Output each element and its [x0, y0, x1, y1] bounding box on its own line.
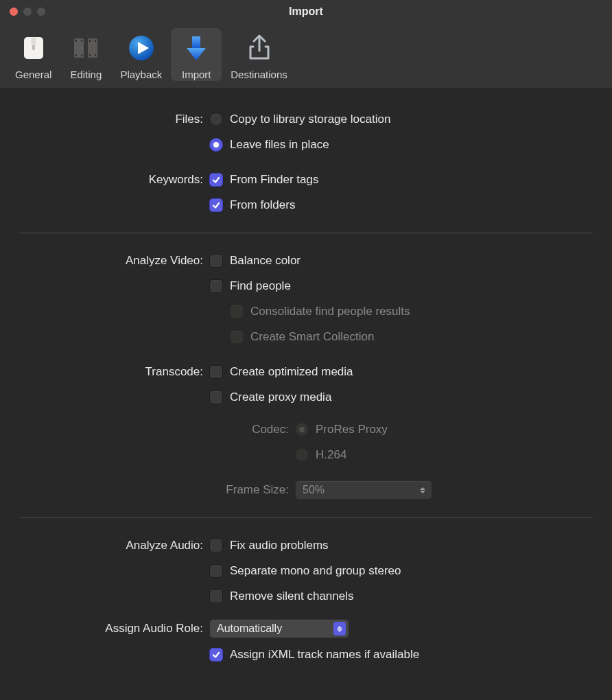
svg-marker-16 — [187, 48, 206, 60]
find-people-label[interactable]: Find people — [230, 279, 291, 293]
codec-h264-radio — [295, 448, 309, 462]
transcode-label: Transcode: — [0, 365, 209, 379]
separate-mono-checkbox[interactable] — [209, 564, 223, 578]
svg-rect-8 — [81, 54, 82, 56]
consolidate-checkbox — [230, 305, 244, 318]
codec-h264-label: H.264 — [316, 448, 346, 462]
codec-prores-radio — [295, 423, 309, 436]
svg-rect-15 — [192, 36, 200, 49]
section-divider — [19, 233, 593, 233]
keywords-label: Keywords: — [0, 173, 209, 187]
svg-rect-7 — [75, 54, 77, 56]
remove-silent-label[interactable]: Remove silent channels — [230, 590, 353, 603]
optimized-media-checkbox[interactable] — [209, 365, 223, 379]
assign-role-popup[interactable]: Automatically — [209, 619, 349, 638]
destinations-share-icon — [242, 30, 277, 66]
smart-collection-label: Create Smart Collection — [250, 330, 374, 344]
analyze-video-label: Analyze Video: — [0, 254, 209, 268]
files-leave-label[interactable]: Leave files in place — [230, 138, 329, 152]
codec-label: Codec: — [209, 423, 295, 436]
balance-color-label[interactable]: Balance color — [230, 254, 301, 268]
tab-playback[interactable]: Playback — [112, 27, 170, 82]
ixml-checkbox[interactable] — [209, 648, 223, 662]
svg-rect-12 — [95, 54, 96, 56]
editing-filmstrip-icon — [68, 30, 104, 66]
tab-label: Destinations — [231, 69, 287, 80]
fix-audio-label[interactable]: Fix audio problems — [230, 539, 329, 552]
tab-destinations[interactable]: Destinations — [222, 27, 296, 82]
section-divider — [19, 517, 593, 518]
ixml-label[interactable]: Assign iXML track names if available — [230, 648, 419, 662]
tab-label: Editing — [70, 69, 102, 80]
analyze-audio-label: Analyze Audio: — [0, 539, 209, 552]
import-download-icon — [178, 30, 214, 66]
files-leave-radio[interactable] — [209, 138, 223, 152]
tab-import[interactable]: Import — [170, 27, 222, 82]
find-people-checkbox[interactable] — [209, 279, 223, 293]
playback-play-icon — [123, 30, 159, 66]
remove-silent-checkbox[interactable] — [209, 590, 223, 603]
optimized-media-label[interactable]: Create optimized media — [230, 365, 353, 379]
keywords-folders-label[interactable]: From folders — [230, 198, 295, 212]
tab-general[interactable]: General — [7, 27, 60, 82]
frame-size-value: 50% — [303, 484, 325, 496]
balance-color-checkbox[interactable] — [209, 254, 223, 268]
window-close-button[interactable] — [10, 8, 18, 16]
popup-chevrons-icon — [416, 483, 429, 497]
tab-label: Playback — [120, 69, 162, 80]
keywords-tags-label[interactable]: From Finder tags — [230, 173, 318, 187]
svg-rect-11 — [89, 54, 91, 56]
svg-rect-5 — [75, 40, 77, 42]
files-label: Files: — [0, 113, 209, 126]
tab-label: Import — [182, 69, 211, 80]
separate-mono-label[interactable]: Separate mono and group stereo — [230, 564, 401, 578]
svg-rect-9 — [89, 40, 91, 42]
import-settings-form: Files: Copy to library storage location … — [0, 89, 612, 666]
frame-size-label: Frame Size: — [209, 483, 295, 497]
svg-rect-10 — [95, 40, 96, 42]
window-title: Import — [0, 5, 612, 18]
smart-collection-checkbox — [230, 330, 244, 344]
files-copy-label[interactable]: Copy to library storage location — [230, 113, 390, 126]
codec-prores-label: ProRes Proxy — [316, 423, 388, 436]
keywords-folders-checkbox[interactable] — [209, 198, 223, 212]
titlebar: Import — [0, 0, 612, 23]
assign-role-value: Automatically — [217, 622, 282, 635]
proxy-media-checkbox[interactable] — [209, 390, 223, 404]
fix-audio-checkbox[interactable] — [209, 539, 223, 552]
window-controls — [0, 8, 45, 16]
general-switch-icon — [16, 30, 51, 66]
svg-rect-2 — [31, 38, 36, 45]
tab-label: General — [15, 69, 51, 80]
window-minimize-button[interactable] — [23, 8, 32, 16]
proxy-media-label[interactable]: Create proxy media — [230, 390, 331, 404]
assign-role-label: Assign Audio Role: — [0, 622, 209, 635]
popup-chevrons-icon — [333, 622, 346, 635]
frame-size-popup: 50% — [295, 480, 432, 500]
keywords-tags-checkbox[interactable] — [209, 173, 223, 187]
tab-editing[interactable]: Editing — [60, 27, 112, 82]
consolidate-label: Consolidate find people results — [250, 305, 410, 318]
preferences-toolbar: General Editing — [0, 23, 612, 89]
svg-rect-6 — [81, 40, 82, 42]
files-copy-radio[interactable] — [209, 113, 223, 126]
window-zoom-button[interactable] — [37, 8, 45, 16]
